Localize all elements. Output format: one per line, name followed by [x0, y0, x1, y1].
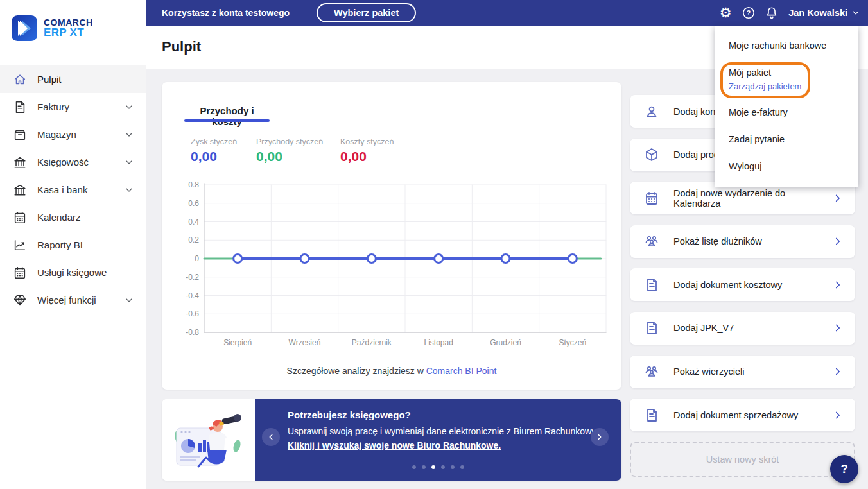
people-icon	[644, 364, 659, 379]
sidebar-item-label: Usługi księgowe	[37, 267, 107, 278]
quick-action-show-creditors[interactable]: Pokaż wierzycieli	[630, 356, 855, 388]
diamond-icon	[13, 293, 27, 307]
sidebar-item-label: Magazyn	[37, 129, 76, 140]
sidebar-item-label: Kasa i bank	[37, 184, 87, 195]
chevron-down-icon	[124, 102, 134, 112]
chevron-down-icon	[124, 295, 134, 305]
menu-item-moj-pakiet[interactable]: Mój pakiet Zarządzaj pakietem	[729, 67, 801, 91]
bi-point-link[interactable]: Comarch BI Point	[426, 366, 497, 376]
brand-product: ERP XT	[44, 27, 93, 39]
sidebar-item-pulpit[interactable]: Pulpit	[0, 65, 146, 93]
quick-action-add-sales-document[interactable]: Dodaj dokument sprzedażowy	[630, 399, 855, 431]
menu-item-wyloguj[interactable]: Wyloguj	[729, 161, 761, 171]
banner-title: Potrzebujesz księgowego?	[288, 409, 411, 420]
chevron-right-icon	[832, 366, 844, 377]
quick-action-add-jpk-v7[interactable]: Dodaj JPK_V7	[630, 312, 855, 345]
svg-text:?: ?	[747, 9, 751, 17]
box-icon	[13, 128, 27, 142]
stat-koszty: Koszty styczeń 0,00	[340, 137, 394, 164]
user-menu-trigger[interactable]: Jan Kowalski	[788, 8, 860, 18]
income-costs-chart: 0.80.60.40.20-0.2-0.4-0.6-0.8SierpieńWrz…	[177, 180, 611, 352]
carousel-dot[interactable]	[441, 465, 445, 469]
svg-text:-0.8: -0.8	[186, 328, 199, 337]
user-name: Jan Kowalski	[788, 8, 847, 18]
sidebar-item-kasa-i-bank[interactable]: Kasa i bank	[0, 176, 146, 203]
banner-illustration	[162, 399, 255, 481]
tile-label: Dodaj JPK_V7	[673, 323, 734, 333]
accountant-illustration-icon	[170, 405, 247, 476]
sidebar-item-faktury[interactable]: Faktury	[0, 93, 146, 121]
brand-text: COMARCH ERP XT	[44, 18, 93, 39]
document-icon	[644, 320, 659, 336]
tile-label: Dodaj nowe wydarzenie do Kalendarza	[673, 188, 832, 209]
chevron-down-icon	[851, 8, 860, 17]
quick-action-show-debtors[interactable]: Pokaż listę dłużników	[630, 225, 855, 258]
bank-icon	[13, 155, 27, 169]
brand-name: COMARCH	[44, 18, 93, 28]
svg-text:0.2: 0.2	[188, 236, 199, 244]
carousel-dot[interactable]	[412, 465, 416, 469]
chevron-right-icon	[832, 236, 844, 247]
sidebar-item-kalendarz[interactable]: Kalendarz	[0, 203, 146, 231]
top-bar: Korzystasz z konta testowego Wybierz pak…	[146, 0, 868, 26]
tile-label: Pokaż listę dłużników	[673, 236, 762, 246]
calendar-icon	[13, 266, 27, 280]
menu-item-zadaj-pytanie[interactable]: Zadaj pytanie	[729, 134, 785, 144]
svg-text:Listopad: Listopad	[424, 338, 453, 347]
menu-item-moje-e-faktury[interactable]: Moje e-faktury	[729, 107, 788, 117]
sidebar-item-ksiegowosc[interactable]: Księgowość	[0, 148, 146, 176]
svg-text:-0.6: -0.6	[186, 309, 199, 318]
menu-item-moje-rachunki-bankowe[interactable]: Moje rachunki bankowe	[729, 40, 826, 51]
svg-text:0.4: 0.4	[188, 218, 199, 227]
banner-link[interactable]: Kliknij i wyszukaj swoje nowe Biuro Rach…	[288, 440, 501, 450]
calendar-icon	[13, 210, 27, 225]
carousel-dot[interactable]	[422, 465, 426, 469]
tile-label: Dodaj dokument kosztowy	[673, 280, 782, 290]
page-title: Pulpit	[162, 39, 201, 55]
stat-przychody: Przychody styczeń 0,00	[256, 137, 323, 164]
quick-action-add-cost-document[interactable]: Dodaj dokument kosztowy	[630, 268, 855, 301]
sidebar-nav: Pulpit Faktury Magazyn Księgowość	[0, 65, 146, 314]
tab-przychody-i-koszty[interactable]: Przychody i koszty	[184, 105, 270, 127]
carousel-dot[interactable]	[431, 465, 435, 469]
sidebar-item-uslugi-ksiegowe[interactable]: Usługi księgowe	[0, 259, 146, 286]
document-icon	[644, 408, 659, 423]
sidebar-item-label: Pulpit	[37, 74, 62, 85]
carousel-next-button[interactable]	[591, 428, 609, 446]
chart-footer: Szczegółowe analizy znajdziesz w Comarch…	[162, 366, 621, 376]
sidebar-item-label: Księgowość	[37, 157, 89, 167]
svg-text:-0.2: -0.2	[186, 273, 199, 282]
carousel-dot[interactable]	[460, 465, 464, 469]
tile-label: Pokaż wierzycieli	[673, 366, 744, 377]
sidebar-item-wiecej-funkcji[interactable]: Więcej funkcji	[0, 286, 146, 314]
carousel-dot[interactable]	[451, 465, 455, 469]
tab-active-indicator	[184, 119, 270, 122]
gear-icon[interactable]: ⚙	[714, 1, 737, 24]
stat-value: 0,00	[191, 149, 237, 164]
bell-icon[interactable]	[760, 1, 783, 24]
svg-text:0.6: 0.6	[188, 199, 199, 208]
svg-text:Sierpień: Sierpień	[223, 338, 252, 347]
svg-text:Październik: Październik	[352, 338, 392, 347]
sidebar-item-label: Kalendarz	[37, 212, 81, 223]
banner-text: Usprawnij swoją pracę i wymieniaj dane e…	[288, 426, 606, 436]
chevron-right-icon	[832, 322, 844, 334]
sidebar-item-magazyn[interactable]: Magazyn	[0, 121, 146, 148]
income-costs-card: Przychody i koszty Zysk styczeń 0,00 Prz…	[162, 82, 621, 390]
chevron-down-icon	[124, 157, 134, 167]
choose-package-button[interactable]: Wybierz pakiet	[317, 3, 416, 22]
help-icon[interactable]: ?	[737, 1, 760, 24]
stat-label: Koszty styczeń	[340, 137, 394, 146]
cube-icon	[644, 147, 659, 162]
help-fab-button[interactable]: ?	[830, 455, 858, 483]
app-logo[interactable]: COMARCH ERP XT	[0, 0, 146, 58]
sidebar-item-raporty-bi[interactable]: Raporty BI	[0, 231, 146, 259]
manage-package-link[interactable]: Zarządzaj pakietem	[729, 82, 801, 91]
svg-text:Wrzesień: Wrzesień	[289, 338, 321, 347]
chevron-down-icon	[124, 130, 134, 140]
set-new-shortcut-button[interactable]: Ustaw nowy skrót	[630, 442, 855, 477]
carousel-prev-button[interactable]	[262, 428, 280, 446]
sidebar: COMARCH ERP XT Pulpit Faktury Magazyn	[0, 0, 146, 489]
trial-account-text: Korzystasz z konta testowego	[162, 8, 290, 18]
bank-icon	[13, 183, 27, 197]
